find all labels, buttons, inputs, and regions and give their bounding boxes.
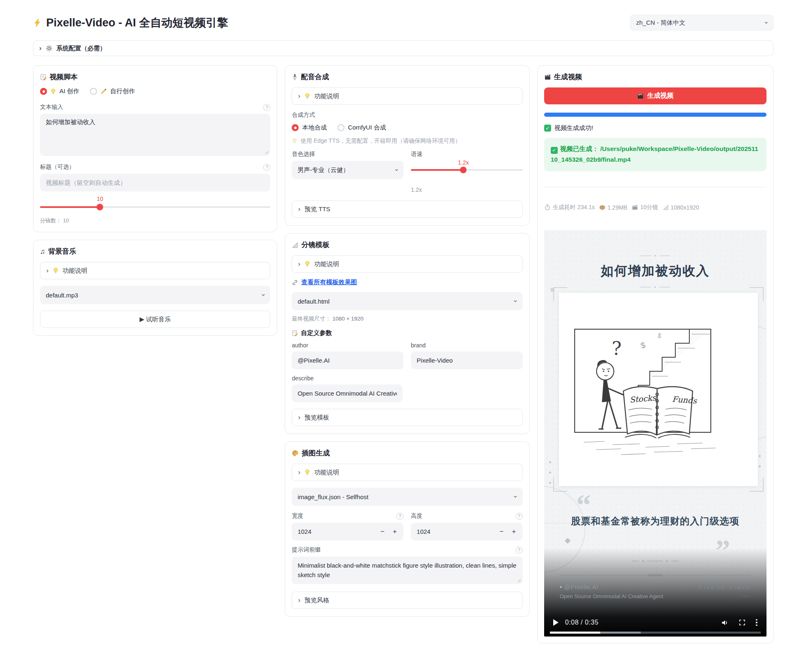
chevron-down-icon: › — [260, 294, 267, 296]
image-workflow-select[interactable]: image_flux.json - Selfhost › — [292, 488, 522, 506]
triangle-ruler-icon — [663, 204, 669, 210]
music-help-accordion[interactable]: › 功能说明 — [40, 262, 270, 279]
chevron-down-icon: › — [393, 169, 400, 171]
video-title-input[interactable] — [46, 179, 264, 186]
height-stepper[interactable]: 1024 − + — [411, 523, 523, 540]
play-button[interactable] — [553, 619, 559, 626]
topbar: Pixelle-Video - AI 全自动短视频引擎 zh_CN - 简体中文… — [33, 15, 773, 31]
shot-count-slider[interactable]: 10 — [40, 196, 270, 215]
help-icon[interactable]: ? — [516, 547, 523, 554]
more-options-button[interactable] — [756, 619, 757, 626]
app-page: Pixelle-Video - AI 全自动短视频引擎 zh_CN - 简体中文… — [0, 0, 790, 644]
author-input[interactable] — [297, 357, 398, 364]
bulb-icon — [50, 88, 56, 95]
brand-dots: ···· — [699, 594, 751, 599]
chevron-right-icon: › — [298, 414, 300, 421]
increment-button[interactable]: + — [389, 526, 401, 538]
page-title: Pixelle-Video - AI 全自动短视频引擎 — [33, 15, 228, 30]
video-brand: Pixelle-Video — [699, 583, 751, 590]
bulb-icon — [304, 469, 310, 476]
style-preview-accordion[interactable]: › 预览风格 — [292, 592, 522, 609]
slider-track[interactable] — [40, 206, 270, 208]
decorative-dot — [549, 461, 551, 463]
tts-preview-accordion[interactable]: › 预览 TTS — [292, 200, 522, 218]
speech-rate-slider[interactable]: 1.2x — [411, 161, 523, 177]
radio-unselected-icon — [90, 88, 97, 95]
video-caption: 股票和基金常被称为理财的入门级选项 — [544, 515, 766, 528]
help-icon[interactable]: ? — [396, 513, 403, 520]
increment-button[interactable]: + — [508, 526, 520, 538]
slider-thumb[interactable] — [460, 167, 467, 173]
voice-select[interactable]: 男声-专业（云健） › — [292, 161, 403, 179]
brand-input[interactable] — [417, 357, 517, 364]
illustration-panel: 插图生成 › 功能说明 image_flux.json - Selfhost › — [285, 441, 529, 617]
template-preview-accordion[interactable]: › 预览模板 — [292, 409, 522, 426]
decrement-button[interactable]: − — [376, 526, 389, 538]
link-icon — [292, 279, 298, 286]
template-help-accordion[interactable]: › 功能说明 — [292, 255, 522, 273]
generate-video-button[interactable]: 生成视频 — [544, 87, 766, 104]
help-icon[interactable]: ? — [263, 104, 270, 111]
help-icon[interactable]: ? — [516, 513, 523, 520]
slider-track[interactable] — [411, 169, 523, 171]
help-icon[interactable]: ? — [263, 164, 270, 171]
clapper-icon — [637, 93, 644, 99]
decrement-button[interactable]: − — [495, 526, 508, 538]
svg-text:$: $ — [639, 340, 646, 350]
fullscreen-button[interactable] — [738, 619, 746, 626]
chevron-down-icon: › — [762, 21, 770, 24]
storyboard-illustration: ? $ $ — [559, 293, 758, 486]
right-column: 生成视频 生成视频 ✓ 视频生成成功! ✓视频已生成： /Users/puke/… — [537, 65, 773, 644]
svg-text:Funds: Funds — [672, 394, 697, 405]
seek-bar[interactable] — [550, 632, 761, 634]
check-icon: ✓ — [551, 147, 558, 154]
language-select[interactable]: zh_CN - 简体中文 › — [630, 15, 773, 31]
bulb-icon — [304, 93, 310, 99]
decorative-dot — [759, 465, 761, 467]
seek-played — [550, 632, 601, 634]
tts-local-radio[interactable]: 本地合成 — [292, 124, 327, 132]
left-column: 视频脚本 AI 创作 自行创作 — [33, 65, 277, 336]
decorative-divider — [544, 255, 766, 257]
mode-ai-radio[interactable]: AI 创作 — [40, 87, 79, 95]
video-player[interactable]: 如何增加被动收入 — [544, 230, 766, 637]
generation-progress-bar — [544, 113, 766, 117]
resize-handle-icon[interactable] — [265, 151, 269, 154]
clapper-icon — [544, 74, 551, 80]
decorative-dot — [549, 482, 551, 484]
prompt-prefix-input[interactable]: Minimalist black-and-white matchstick fi… — [292, 556, 522, 584]
script-text-input[interactable]: 如何增加被动收入 — [40, 114, 270, 156]
tts-comfyui-radio[interactable]: ComfyUI 合成 — [337, 124, 386, 132]
tts-panel: 配音合成 › 功能说明 合成方式 本地合成 — [285, 65, 529, 226]
stopwatch-icon — [544, 204, 551, 211]
decorative-dot — [549, 472, 551, 474]
time-display: 0:08 / 0:35 — [565, 619, 599, 626]
gear-icon — [46, 45, 52, 52]
resize-handle-icon[interactable] — [517, 579, 521, 582]
bullet-icon: • — [560, 583, 562, 590]
slider-thumb[interactable] — [97, 204, 103, 210]
illustration-help-accordion[interactable]: › 功能说明 — [292, 464, 522, 481]
bulb-icon — [53, 267, 59, 274]
video-author: @Pixelle.AI — [564, 583, 599, 590]
width-stepper[interactable]: 1024 − + — [292, 523, 403, 540]
bgm-select[interactable]: default.mp3 › — [40, 286, 270, 304]
system-config-accordion[interactable]: › 系统配置（必需） — [33, 40, 773, 56]
radio-unselected-icon — [337, 124, 344, 131]
preview-music-button[interactable]: ▶ 试听音乐 — [40, 311, 270, 328]
mode-self-radio[interactable]: 自行创作 — [90, 87, 135, 95]
chevron-down-icon: › — [512, 300, 519, 302]
describe-input[interactable] — [297, 390, 397, 397]
script-panel: 视频脚本 AI 创作 自行创作 — [33, 65, 277, 232]
template-select[interactable]: default.html › — [292, 292, 522, 310]
tts-help-accordion[interactable]: › 功能说明 — [292, 87, 522, 105]
divider — [544, 187, 766, 187]
svg-text:$: $ — [657, 332, 662, 339]
volume-button[interactable] — [721, 619, 729, 627]
view-templates-link[interactable]: 查看所有模板效果图 — [301, 278, 357, 286]
chevron-right-icon: › — [298, 469, 300, 476]
chevron-right-icon: › — [298, 205, 300, 212]
chevron-right-icon: › — [298, 260, 300, 267]
player-controls: 0:08 / 0:35 — [544, 619, 766, 627]
memo-icon — [292, 330, 298, 336]
